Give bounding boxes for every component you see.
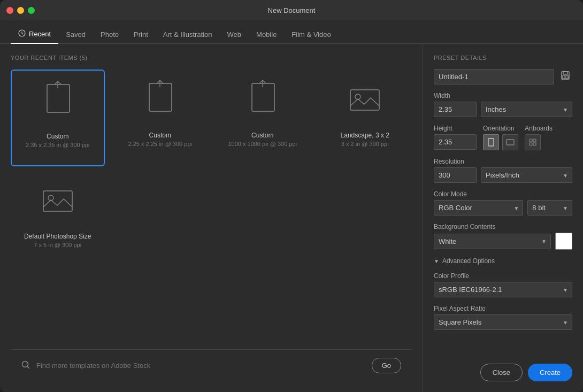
item-3-name: Custom [251,132,273,139]
bg-select-wrap: White Black Background Color Transparent… [434,234,551,249]
portrait-button[interactable] [483,134,499,150]
color-mode-row: Bitmap Grayscale RGB Color CMYK Color La… [434,200,572,216]
recent-item-3[interactable]: Custom 1000 x 1000 px @ 300 ppi [216,70,310,166]
title-bar: New Document [0,0,583,20]
artboards-label: Artboards [525,125,553,132]
resolution-unit-select-wrap: Pixels/Inch Pixels/Centimeter ▼ [481,167,572,183]
height-orient-row: Height Orientation [434,125,572,150]
recent-item-1[interactable]: Custom 2.35 x 2.35 in @ 300 ppi [11,70,105,166]
orientation-buttons [483,134,518,150]
width-unit-select[interactable]: Pixels Inches Centimeters Millimeters Po… [481,102,572,117]
svg-line-10 [160,80,163,83]
create-button[interactable]: Create [528,364,572,381]
go-button[interactable]: Go [372,358,401,373]
minimize-window-button[interactable] [17,7,24,14]
tab-film-label: Film & Video [291,30,331,39]
svg-rect-31 [533,143,536,145]
right-panel: Preset Details Width Pixe [423,44,583,392]
item-5-name: Default Photoshop Size [24,233,91,240]
width-group: Width Pixels Inches Centimeters Millimet… [434,92,572,117]
landscape-button[interactable] [502,134,518,150]
svg-line-14 [263,80,266,83]
tab-recent-label: Recent [29,30,51,38]
resolution-row: Pixels/Inch Pixels/Centimeter ▼ [434,167,572,183]
svg-rect-15 [350,90,379,110]
advanced-options-toggle[interactable]: ▼ Advanced Options [434,257,572,265]
artboard-buttons [525,134,553,150]
width-label: Width [434,92,572,99]
save-preset-button[interactable] [558,68,572,84]
color-profile-label: Color Profile [434,272,572,280]
recent-item-2[interactable]: Custom 2.25 x 2.25 in @ 300 ppi [113,70,208,166]
close-window-button[interactable] [6,7,13,14]
item-2-name: Custom [149,132,171,139]
preset-label: Preset Details [434,55,572,61]
orientation-label: Orientation [483,125,518,132]
item-1-name: Custom [47,133,68,140]
bg-color-swatch[interactable] [555,233,572,250]
svg-rect-22 [563,72,567,74]
preset-name-row [434,68,572,84]
doc-thumbnail-5 [26,175,90,228]
pixel-ratio-select-wrap: Square Pixels D1/DV NTSC D1/DV PAL ▼ [434,314,572,330]
maximize-window-button[interactable] [28,7,35,14]
recent-item-4[interactable]: Landscape, 3 x 2 3 x 2 in @ 300 ppi [318,70,412,166]
svg-line-20 [27,366,29,368]
tab-web-label: Web [227,30,242,39]
color-mode-label: Color Mode [434,190,572,198]
artboard-toggle-button[interactable] [525,134,541,150]
color-mode-select-wrap: Bitmap Grayscale RGB Color CMYK Color La… [434,200,523,216]
svg-line-9 [157,80,160,83]
pixel-ratio-select[interactable]: Square Pixels D1/DV NTSC D1/DV PAL [434,314,572,330]
svg-rect-28 [530,139,532,142]
bit-depth-select[interactable]: 8 bit 16 bit 32 bit [527,200,572,216]
item-4-name: Landscape, 3 x 2 [341,132,389,139]
svg-rect-29 [533,139,536,142]
height-input[interactable] [434,134,477,150]
svg-rect-3 [47,84,70,112]
doc-thumbnail-4 [333,74,397,127]
pixel-ratio-group: Pixel Aspect Ratio Square Pixels D1/DV N… [434,305,572,330]
tab-saved[interactable]: Saved [58,26,93,44]
tab-photo[interactable]: Photo [93,26,126,44]
svg-rect-11 [252,83,274,111]
tab-photo-label: Photo [101,30,119,39]
tab-art[interactable]: Art & Illustration [156,26,220,44]
svg-rect-17 [43,191,72,211]
color-profile-select[interactable]: sRGB IEC61966-2.1 Adobe RGB ProPhoto RGB [434,282,572,297]
close-button[interactable]: Close [480,364,523,381]
width-row: Pixels Inches Centimeters Millimeters Po… [434,102,572,117]
svg-rect-26 [488,139,494,146]
search-input[interactable] [36,362,365,370]
bottom-bar: Go [11,349,412,381]
items-grid: Custom 2.35 x 2.35 in @ 300 ppi Custom 2… [11,70,412,166]
recent-item-5[interactable]: Default Photoshop Size 7 x 5 in @ 300 pp… [11,171,105,252]
svg-rect-23 [563,75,568,79]
window-title: New Document [268,6,316,14]
preset-name-input[interactable] [434,69,554,84]
tab-recent[interactable]: Recent [11,25,58,44]
tab-film[interactable]: Film & Video [284,26,338,44]
item-4-size: 3 x 2 in @ 300 ppi [341,141,389,147]
traffic-lights [6,7,35,14]
height-label: Height [434,125,477,132]
width-input[interactable] [434,102,477,117]
resolution-unit-select[interactable]: Pixels/Inch Pixels/Centimeter [481,167,572,183]
doc-thumbnail-1 [26,75,90,128]
second-row-grid: Default Photoshop Size 7 x 5 in @ 300 pp… [11,171,412,252]
resolution-input[interactable] [434,167,477,183]
resolution-group: Resolution Pixels/Inch Pixels/Centimeter… [434,158,572,183]
nav-bar: Recent Saved Photo Print Art & Illustrat… [0,20,583,44]
tab-web[interactable]: Web [220,26,249,44]
bg-contents-select[interactable]: White Black Background Color Transparent… [434,234,551,249]
doc-thumbnail-3 [231,74,295,127]
color-mode-select[interactable]: Bitmap Grayscale RGB Color CMYK Color La… [434,200,523,216]
doc-thumbnail-2 [128,74,192,127]
search-icon [21,360,30,371]
left-panel: Your Recent Items (5) Custom 2.35 x 2.35… [0,44,423,392]
tab-print[interactable]: Print [126,26,156,44]
tab-mobile[interactable]: Mobile [249,26,284,44]
tab-art-label: Art & Illustration [163,30,212,39]
bg-contents-label: Background Contents [434,223,572,230]
bit-depth-select-wrap: 8 bit 16 bit 32 bit ▼ [527,200,572,216]
